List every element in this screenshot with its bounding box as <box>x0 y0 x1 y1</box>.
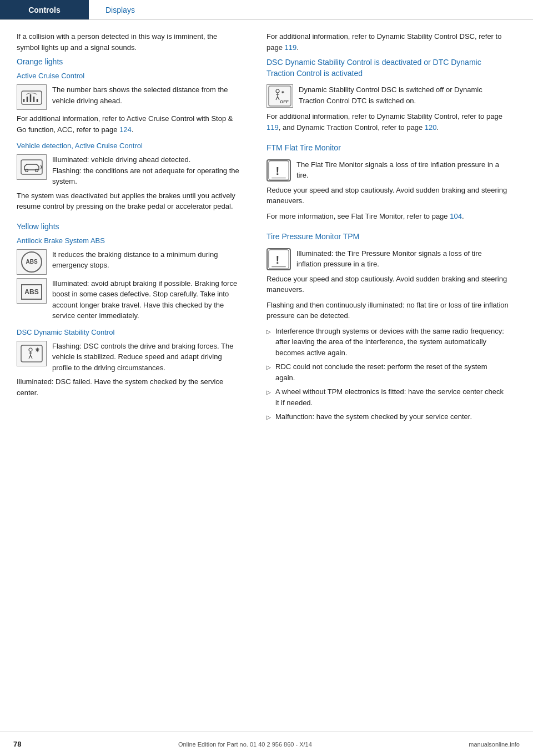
cruise-control-icon <box>17 84 47 110</box>
vehicle-detection-icon-row: Illuminated: vehicle driving ahead detec… <box>17 154 242 187</box>
ftm-icon-text: The Flat Tire Monitor signals a loss of … <box>296 159 509 181</box>
ftm-section: FTM Flat Tire Monitor ! The Flat Tire Mo… <box>266 143 509 221</box>
abs-icon-row-1: ABS It reduces the braking distance to a… <box>17 249 242 275</box>
tpm-body-2: Flashing and then continuously illuminat… <box>266 300 509 321</box>
tpm-body-1: Reduce your speed and stop cautiously. A… <box>266 274 509 295</box>
dsc-heading: DSC Dynamic Stability Control <box>17 328 242 336</box>
svg-text:!: ! <box>276 254 280 266</box>
vehicle-detection-body: The system was deactivated but applies t… <box>17 190 242 212</box>
dsc-text-2: Illuminated: DSC failed. Have the system… <box>17 376 242 398</box>
dsc-icon-row: ✷ Flashing: DSC controls the drive and b… <box>17 341 242 374</box>
right-column: For additional information, refer to Dyn… <box>255 31 522 432</box>
yellow-lights-heading: Yellow lights <box>17 222 242 231</box>
svg-text:!: ! <box>276 165 280 177</box>
dsc-link-2[interactable]: 120 <box>425 123 437 132</box>
active-cruise-icon-row: The number bars shows the selected dista… <box>17 84 242 110</box>
abs-block: Antilock Brake System ABS ABS It reduces… <box>17 236 242 321</box>
dsc-deactivated-section: DSC Dynamic Stability Control is deactiv… <box>266 57 509 133</box>
footer: 78 Online Edition for Part no. 01 40 2 9… <box>0 732 533 756</box>
active-cruise-icon-text: The number bars shows the selected dista… <box>52 84 242 106</box>
yellow-lights-section: Yellow lights Antilock Brake System ABS … <box>17 222 242 399</box>
ftm-link[interactable]: 104 <box>450 212 462 220</box>
abs-rect: ABS <box>21 284 42 300</box>
abs-text-2: Illuminated: avoid abrupt braking if pos… <box>52 278 242 321</box>
ftm-exclamation-icon: ! <box>266 159 291 182</box>
intro-text: If a collision with a person detected in… <box>17 31 242 53</box>
tab-displays[interactable]: Displays <box>89 0 152 19</box>
tpm-bullet-list: Interference through systems or devices … <box>266 326 509 422</box>
tpm-heading: Tire Pressure Monitor TPM <box>266 231 509 243</box>
dsc-deactivated-heading: DSC Dynamic Stability Control is deactiv… <box>266 57 509 79</box>
header-tabs: Controls Displays <box>0 0 533 20</box>
tab-controls[interactable]: Controls <box>0 0 89 19</box>
dsc-off-text: Dynamic Stability Control DSC is switche… <box>299 84 509 106</box>
main-content: If a collision with a person detected in… <box>0 20 533 466</box>
vehicle-detection-icon <box>17 154 47 180</box>
abs-heading: Antilock Brake System ABS <box>17 236 242 245</box>
left-column: If a collision with a person detected in… <box>0 31 255 432</box>
dsc-off-icon-row: ✷ OFF Dynamic Stability Control DSC is s… <box>266 84 509 108</box>
ftm-body-2: For more information, see Flat Tire Moni… <box>266 211 509 222</box>
right-intro: For additional information, refer to Dyn… <box>266 31 509 53</box>
active-cruise-heading: Active Cruise Control <box>17 72 242 80</box>
tpm-bullet-3: A wheel without TPM electronics is fitte… <box>266 386 509 408</box>
ftm-icon-row: ! The Flat Tire Monitor signals a loss o… <box>266 159 509 182</box>
svg-point-10 <box>29 348 32 351</box>
tpm-icon-text: Illuminated: the Tire Pressure Monitor s… <box>296 248 509 270</box>
dsc-off-icon: ✷ OFF <box>266 84 293 108</box>
active-cruise-link[interactable]: 124 <box>119 125 132 134</box>
svg-point-13 <box>276 89 279 93</box>
active-cruise-body: For additional information, refer to Act… <box>17 113 242 135</box>
dsc-block: DSC Dynamic Stability Control ✷ <box>17 328 242 399</box>
svg-text:OFF: OFF <box>280 99 289 104</box>
abs-rect-icon: ABS <box>17 278 47 304</box>
svg-text:✷: ✷ <box>34 347 41 353</box>
tpm-bullet-2: RDC could not conclude the reset: perfor… <box>266 361 509 383</box>
orange-lights-section: Orange lights Active Cruise Control <box>17 57 242 212</box>
dsc-deactivated-body: For additional information, refer to Dyn… <box>266 111 509 133</box>
vehicle-detection-block: Vehicle detection, Active Cruise Control <box>17 142 242 212</box>
abs-text-1: It reduces the braking distance to a min… <box>52 249 242 271</box>
footer-right-text: manualsonline.info <box>469 741 520 748</box>
abs-icon-row-2: ABS Illuminated: avoid abrupt braking if… <box>17 278 242 321</box>
vehicle-detection-heading: Vehicle detection, Active Cruise Control <box>17 142 242 150</box>
orange-lights-heading: Orange lights <box>17 57 242 66</box>
dsc-skid-icon: ✷ <box>17 341 47 366</box>
abs-circle: ABS <box>21 251 42 273</box>
active-cruise-control-block: Active Cruise Control <box>17 72 242 135</box>
footer-center-text: Online Edition for Part no. 01 40 2 956 … <box>178 741 312 748</box>
dsc-link-1[interactable]: 119 <box>266 123 279 132</box>
vehicle-detection-icon-text: Illuminated: vehicle driving ahead detec… <box>52 154 242 187</box>
ftm-heading: FTM Flat Tire Monitor <box>266 143 509 154</box>
svg-text:✷: ✷ <box>281 90 285 95</box>
abs-circle-icon: ABS <box>17 249 47 275</box>
page-number: 78 <box>13 740 21 748</box>
tpm-bullet-4: Malfunction: have the system checked by … <box>266 411 509 422</box>
ftm-body-1: Reduce your speed and stop cautiously. A… <box>266 185 509 206</box>
tpm-bullet-1: Interference through systems or devices … <box>266 326 509 359</box>
tpm-icon-row: ! Illuminated: the Tire Pressure Monitor… <box>266 248 509 270</box>
right-intro-link[interactable]: 119 <box>285 43 297 52</box>
tpm-section: Tire Pressure Monitor TPM ! Illuminated:… <box>266 231 509 422</box>
dsc-text-block: Flashing: DSC controls the drive and bra… <box>52 341 242 374</box>
tpm-exclamation-icon: ! <box>266 248 291 270</box>
